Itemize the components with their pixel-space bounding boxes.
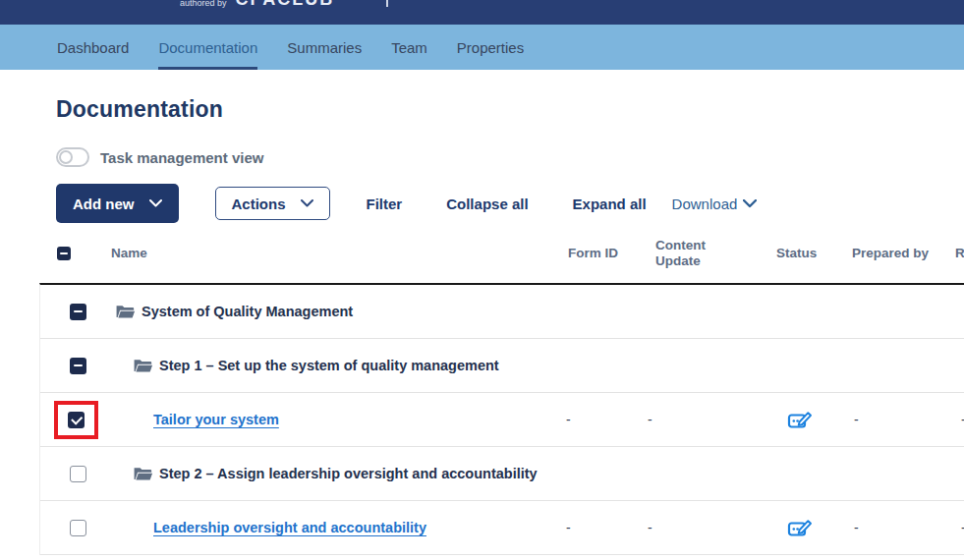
name-cell: Leadership oversight and accountability	[109, 520, 551, 535]
row-checkbox[interactable]	[70, 466, 86, 482]
checkbox-wrap	[70, 466, 86, 482]
row-checkbox[interactable]	[68, 412, 85, 428]
prepared-by-value: -	[841, 412, 944, 427]
row-checkbox-cell	[40, 466, 109, 482]
expand-all-button[interactable]: Expand all	[573, 196, 647, 212]
column-header-content-update: Content Update	[634, 238, 718, 268]
status-draft-icon[interactable]	[787, 408, 813, 431]
top-bar: authored by CPACLUB	[0, 0, 964, 25]
reviewed-by-value: -	[944, 412, 964, 427]
row-label[interactable]: Leadership oversight and accountability	[153, 520, 426, 535]
form-id-value: -	[551, 412, 635, 427]
content-update-value: -	[635, 520, 758, 535]
column-header-status: Status	[757, 246, 840, 260]
table-row: Tailor your system - - - -	[40, 393, 964, 447]
form-id-value: -	[551, 520, 635, 535]
filter-button[interactable]: Filter	[367, 196, 403, 212]
select-all-checkbox[interactable]	[57, 247, 71, 260]
tab-properties[interactable]: Properties	[457, 25, 524, 70]
download-button[interactable]: Download	[672, 196, 758, 212]
row-checkbox-cell	[40, 304, 109, 320]
prepared-by-value: -	[841, 520, 944, 535]
table-row: Step 2 – Assign leadership oversight and…	[40, 447, 964, 501]
folder-open-icon	[133, 358, 153, 374]
row-checkbox-cell	[40, 358, 109, 374]
toolbar: Add new Actions Filter Collapse all Expa…	[56, 184, 964, 223]
logo-mark	[386, 0, 388, 7]
chevron-down-icon	[149, 199, 162, 207]
status-draft-icon[interactable]	[787, 516, 813, 539]
tab-documentation[interactable]: Documentation	[158, 25, 257, 70]
task-view-toggle-row: Task management view	[56, 147, 964, 167]
row-checkbox[interactable]	[70, 358, 86, 374]
collapse-all-button[interactable]: Collapse all	[446, 196, 528, 212]
toggle-knob	[59, 150, 73, 164]
page-title: Documentation	[56, 96, 964, 123]
column-header-prepared-by: Prepared by	[840, 246, 943, 260]
table-row: System of Quality Management	[40, 285, 964, 339]
row-checkbox[interactable]	[70, 520, 86, 536]
add-new-label: Add new	[73, 196, 135, 212]
table-row: Leadership oversight and accountability …	[40, 501, 964, 555]
brand-name: CPACLUB	[236, 0, 335, 10]
folder-open-icon	[133, 466, 153, 482]
table-row: Step 1 – Set up the system of quality ma…	[40, 339, 964, 393]
table-header-row: Name Form ID Content Update Status Prepa…	[39, 223, 964, 283]
tab-team[interactable]: Team	[391, 25, 427, 70]
status-cell	[758, 516, 841, 539]
reviewed-by-value: -	[944, 520, 964, 535]
authored-by-text: authored by	[180, 0, 227, 10]
column-header-form-id: Form ID	[550, 246, 634, 260]
column-header-name: Name	[108, 246, 550, 260]
row-checkbox-cell	[40, 401, 109, 439]
actions-button[interactable]: Actions	[215, 187, 330, 220]
documentation-table: Name Form ID Content Update Status Prepa…	[39, 223, 964, 555]
tab-summaries[interactable]: Summaries	[287, 25, 362, 70]
main-nav: DashboardDocumentationSummariesTeamPrope…	[0, 25, 964, 70]
column-header-reviewed-by: R	[943, 246, 964, 260]
checkbox-wrap	[70, 358, 86, 374]
header-checkbox-cell	[39, 247, 108, 260]
content-update-value: -	[635, 412, 758, 427]
row-label[interactable]: System of Quality Management	[142, 304, 353, 319]
brand-logo: authored by CPACLUB	[180, 0, 334, 10]
tab-dashboard[interactable]: Dashboard	[57, 25, 129, 70]
folder-open-icon	[115, 304, 136, 320]
chevron-down-icon	[301, 199, 313, 207]
chevron-down-icon	[743, 199, 757, 208]
annotation-highlight	[54, 401, 98, 439]
toggle-label: Task management view	[100, 149, 263, 166]
table-body: System of Quality Management Step 1 – Se…	[39, 283, 964, 555]
checkbox-wrap	[70, 304, 86, 320]
status-cell	[758, 408, 841, 431]
name-cell: Tailor your system	[109, 412, 551, 427]
checkbox-wrap	[70, 520, 86, 536]
row-label[interactable]: Step 2 – Assign leadership oversight and…	[159, 466, 538, 481]
row-checkbox-cell	[40, 520, 109, 536]
download-label: Download	[672, 196, 738, 212]
row-checkbox[interactable]	[70, 304, 86, 320]
name-cell: System of Quality Management	[109, 304, 551, 320]
name-cell: Step 2 – Assign leadership oversight and…	[109, 466, 551, 482]
actions-label: Actions	[232, 196, 286, 212]
row-label[interactable]: Step 1 – Set up the system of quality ma…	[159, 358, 499, 373]
name-cell: Step 1 – Set up the system of quality ma…	[109, 358, 551, 374]
add-new-button[interactable]: Add new	[56, 184, 179, 223]
row-label[interactable]: Tailor your system	[153, 412, 279, 427]
app-window: authored by CPACLUB DashboardDocumentati…	[0, 0, 964, 560]
task-view-toggle[interactable]	[56, 147, 89, 167]
